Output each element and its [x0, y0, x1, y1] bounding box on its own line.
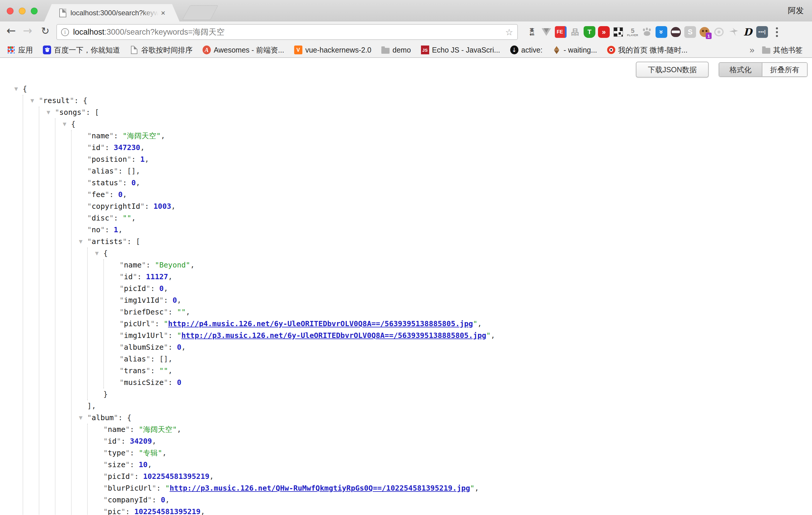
json-line: "disc": "",	[87, 212, 812, 224]
download-json-button[interactable]: 下载JSON数据	[636, 62, 709, 78]
collapse-all-button[interactable]: 折叠所有	[762, 63, 807, 76]
json-url-link[interactable]: http://p3.music.126.net/6y-UleORITEDbvrO…	[181, 331, 487, 340]
json-url-link[interactable]: http://p4.music.126.net/6y-UleORITEDbvrO…	[168, 319, 473, 328]
page-icon	[130, 46, 138, 54]
bookmark-item-google-sort[interactable]: 谷歌按时间排序	[130, 45, 193, 55]
collapse-toggle-icon[interactable]: ▼	[12, 83, 20, 95]
weibo-gray-icon[interactable]	[713, 26, 725, 38]
json-line: "fee": 0,	[87, 189, 812, 201]
folder-icon	[762, 46, 770, 54]
json-children-block: ▼"result": {▼"songs": [▼{"name": "海阔天空",…	[23, 95, 812, 515]
bookmark-item-echojs[interactable]: JS Echo JS - JavaScri...	[421, 46, 500, 54]
json-line: "picId": 102254581395219,	[103, 471, 812, 482]
collapse-toggle-icon[interactable]: ▼	[77, 412, 84, 424]
collapse-toggle-icon[interactable]: ▼	[77, 236, 84, 248]
maximize-window-button[interactable]	[31, 8, 37, 15]
collapse-toggle-icon[interactable]: ▼	[61, 118, 68, 130]
s-icon[interactable]: S	[684, 26, 696, 38]
video-speed-icon[interactable]: »	[598, 26, 610, 38]
address-bar[interactable]: i localhost:3000/search?keywords=海阔天空 ☆	[56, 24, 518, 40]
json-line: "status": 0,	[87, 177, 812, 189]
bird-icon[interactable]	[727, 26, 739, 38]
json-line: "copyrightId": 1003,	[87, 201, 812, 212]
profile-name[interactable]: 阿发	[788, 5, 804, 16]
password-manager-icon[interactable]: •••|	[756, 26, 768, 38]
minimize-window-button[interactable]	[19, 8, 26, 15]
json-tree: ▼{▼"result": {▼"songs": [▼{"name": "海阔天空…	[0, 83, 812, 515]
json-line: "name": "Beyond",	[119, 259, 812, 271]
close-window-button[interactable]	[7, 8, 13, 15]
qrcode-icon[interactable]	[612, 26, 624, 38]
other-bookmarks-button[interactable]: 其他书签	[762, 45, 803, 55]
json-url-link[interactable]: http://p3.music.126.net/QHw-RuMwfQkmgtiy…	[170, 484, 470, 492]
collapse-toggle-icon[interactable]: ▼	[93, 248, 100, 259]
json-children-block: "name": "海阔天空","id": 34209,"type": "专辑",…	[87, 424, 812, 515]
bookmarks-bar: 应用 百度一下，你就知道 谷歌按时间排序 A Awesomes - 前端资...…	[0, 42, 812, 58]
bookmark-item-apps[interactable]: 应用	[7, 45, 33, 55]
monkey-badge: 1	[706, 33, 712, 39]
tab-close-icon[interactable]: ×	[161, 9, 165, 17]
json-line: "position": 1,	[87, 153, 812, 165]
url-text[interactable]: localhost:3000/search?keywords=海阔天空	[73, 27, 225, 37]
json-line: ▼{	[23, 83, 812, 95]
translate-icon[interactable]: 英 en	[526, 26, 538, 38]
fehelper-icon[interactable]: FE	[555, 26, 567, 38]
back-button[interactable]: ←	[6, 24, 16, 37]
json-line: "name": "海阔天空",	[87, 130, 812, 142]
json-line: "picId": 0,	[119, 283, 812, 294]
json-line: "no": 1,	[87, 224, 812, 236]
json-line: "trans": "",	[119, 365, 812, 377]
bookmark-star-icon[interactable]: ☆	[505, 27, 513, 37]
bookmark-item-awesomes[interactable]: A Awesomes - 前端资...	[203, 45, 284, 55]
json-line: "picUrl": "http://p4.music.126.net/6y-Ul…	[119, 318, 812, 330]
format-button[interactable]: 格式化	[719, 63, 762, 76]
bookmark-item-waiting[interactable]: - waiting...	[552, 46, 597, 54]
blue-chevron-icon[interactable]: »	[656, 26, 667, 38]
monkey-icon[interactable]: 1	[699, 26, 710, 38]
json-line: "id": 34209,	[103, 435, 812, 447]
html5-player-icon[interactable]: 5 PLAYER	[627, 26, 638, 38]
baidu-paw-icon	[43, 46, 51, 54]
bookmark-item-vue-hackernews[interactable]: V vue-hackernews-2.0	[294, 46, 371, 54]
vue-devtools-icon[interactable]	[541, 26, 552, 38]
sitemap-icon[interactable]: 品	[569, 26, 581, 38]
json-line: ▼"result": {	[39, 95, 812, 107]
chrome-menu-icon[interactable]	[776, 27, 778, 37]
collapse-toggle-icon[interactable]: ▼	[29, 95, 36, 107]
browser-toolbar: ← → ↻ i localhost:3000/search?keywords=海…	[0, 22, 812, 42]
reload-button[interactable]: ↻	[41, 25, 50, 37]
json-children-block: ▼{"name": "Beyond","id": 11127,"picId": …	[87, 248, 812, 400]
bookmarks-overflow-chevron[interactable]: »	[750, 45, 754, 55]
weibo-icon	[607, 46, 615, 54]
folder-icon	[381, 46, 389, 54]
json-line: ▼"artists": [	[87, 236, 812, 248]
browser-tab[interactable]: localhost:3000/search?keywor ×	[44, 4, 180, 22]
json-line: "albumSize": 0,	[119, 341, 812, 353]
collapse-toggle-icon[interactable]: ▼	[45, 107, 52, 118]
tampermonkey-shield-icon[interactable]: T	[584, 26, 596, 38]
tab-title: localhost:3000/search?keywor	[70, 9, 158, 17]
bookmark-item-weibo[interactable]: 我的首页 微博-随时...	[607, 45, 688, 55]
incognito-mask-icon[interactable]	[670, 26, 682, 38]
json-line: "musicSize": 0	[119, 377, 812, 389]
json-line: "companyId": 0,	[103, 494, 812, 506]
json-line: ],	[87, 400, 812, 412]
bookmark-item-demo[interactable]: demo	[381, 46, 411, 54]
bookmark-item-baidu[interactable]: 百度一下，你就知道	[43, 45, 120, 55]
window-titlebar: localhost:3000/search?keywor × 阿发	[0, 0, 812, 22]
awesomes-icon: A	[203, 46, 211, 54]
new-tab-button[interactable]	[182, 5, 219, 20]
d-icon[interactable]: D	[742, 26, 754, 38]
bookmark-item-active[interactable]: ↓ active:	[510, 46, 543, 54]
json-line: "briefDesc": "",	[119, 306, 812, 318]
paw-icon[interactable]	[641, 26, 653, 38]
json-line: "name": "海阔天空",	[103, 424, 812, 435]
json-line: "blurPicUrl": "http://p3.music.126.net/Q…	[103, 482, 812, 494]
apps-grid-icon	[7, 46, 15, 54]
json-children-block: ▼{"name": "海阔天空","id": 347230,"position"…	[55, 118, 812, 515]
page-info-icon[interactable]: i	[61, 28, 69, 36]
page-content: 下载JSON数据 格式化 折叠所有 ▼{▼"result": {▼"songs"…	[0, 58, 812, 515]
hourglass-icon	[552, 46, 561, 54]
json-line: "size": 10,	[103, 459, 812, 471]
extension-icons-row: 英 en FE 品 T » 5 PLAYER » S 1 D •••|	[526, 24, 778, 40]
